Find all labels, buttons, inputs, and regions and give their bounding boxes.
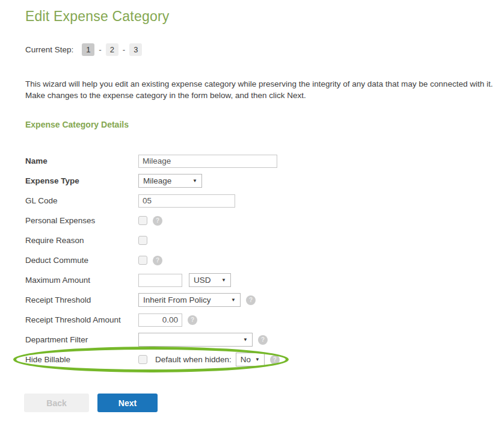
receipt-threshold-select[interactable]: Inherit From Policy ▼	[138, 293, 241, 307]
name-label: Name	[25, 156, 138, 165]
currency-select[interactable]: USD ▼	[189, 273, 231, 287]
chevron-down-icon: ▼	[243, 337, 248, 342]
expense-type-label: Expense Type	[25, 176, 138, 185]
receipt-threshold-amount-row: Receipt Threshold Amount ?	[25, 310, 504, 330]
default-when-hidden-label: Default when hidden:	[155, 355, 232, 364]
help-icon[interactable]: ?	[153, 216, 162, 226]
require-reason-row: Require Reason	[25, 230, 504, 250]
gl-code-input[interactable]	[138, 194, 235, 208]
department-filter-label: Department Filter	[25, 335, 138, 344]
wizard-page: Edit Expense Category Current Step: 1 - …	[0, 0, 504, 412]
step-1: 1	[82, 43, 94, 56]
help-icon[interactable]: ?	[188, 315, 197, 325]
receipt-threshold-row: Receipt Threshold Inherit From Policy ▼ …	[25, 290, 504, 310]
deduct-commute-row: Deduct Commute ?	[25, 250, 504, 270]
back-button[interactable]: Back	[24, 394, 89, 412]
personal-expenses-checkbox[interactable]	[138, 216, 147, 225]
deduct-commute-label: Deduct Commute	[25, 256, 138, 265]
personal-expenses-label: Personal Expenses	[25, 216, 138, 225]
next-button[interactable]: Next	[97, 394, 158, 412]
page-title: Edit Expense Category	[25, 8, 504, 25]
gl-code-row: GL Code	[25, 191, 504, 211]
name-row: Name	[25, 151, 504, 171]
receipt-threshold-amount-label: Receipt Threshold Amount	[25, 315, 138, 324]
hide-billable-row: Hide Billable Default when hidden: No ▼ …	[25, 350, 504, 369]
step-separator: -	[99, 45, 102, 54]
gl-code-label: GL Code	[25, 196, 138, 205]
currency-value: USD	[194, 276, 218, 285]
maximum-amount-label: Maximum Amount	[25, 276, 138, 285]
help-icon[interactable]: ?	[270, 355, 280, 365]
hide-billable-checkbox[interactable]	[138, 355, 147, 364]
maximum-amount-input[interactable]	[138, 274, 182, 287]
require-reason-label: Require Reason	[25, 236, 138, 245]
receipt-threshold-value: Inherit From Policy	[143, 295, 227, 304]
chevron-down-icon: ▼	[192, 178, 197, 184]
step-indicator: Current Step: 1 - 2 - 3	[25, 43, 504, 56]
wizard-description: This wizard will help you edit an existi…	[25, 78, 504, 101]
deduct-commute-checkbox[interactable]	[138, 256, 147, 265]
expense-category-form: Name Expense Type Mileage ▼ GL Code Pers…	[25, 151, 504, 369]
hide-billable-label: Hide Billable	[25, 355, 138, 364]
chevron-down-icon: ▼	[231, 297, 236, 303]
expense-type-row: Expense Type Mileage ▼	[25, 171, 504, 191]
current-step-label: Current Step:	[25, 45, 73, 54]
help-icon[interactable]: ?	[246, 295, 256, 305]
personal-expenses-row: Personal Expenses ?	[25, 211, 504, 230]
chevron-down-icon: ▼	[255, 357, 260, 362]
maximum-amount-row: Maximum Amount USD ▼	[25, 270, 504, 290]
step-2: 2	[106, 43, 118, 56]
step-separator: -	[123, 45, 126, 54]
default-when-hidden-value: No	[241, 355, 251, 364]
step-3: 3	[129, 43, 142, 56]
wizard-buttons: Back Next	[25, 394, 504, 412]
chevron-down-icon: ▼	[221, 277, 226, 283]
help-icon[interactable]: ?	[153, 256, 162, 265]
help-icon[interactable]: ?	[258, 335, 268, 345]
name-input[interactable]	[138, 155, 277, 168]
expense-type-select[interactable]: Mileage ▼	[138, 174, 202, 188]
receipt-threshold-label: Receipt Threshold	[25, 295, 138, 304]
expense-type-value: Mileage	[143, 176, 189, 185]
department-filter-row: Department Filter ▼ ?	[25, 330, 504, 350]
default-when-hidden-select[interactable]: No ▼	[236, 353, 265, 366]
department-filter-select[interactable]: ▼	[138, 333, 253, 347]
section-title: Expense Category Details	[25, 120, 504, 129]
require-reason-checkbox[interactable]	[138, 236, 147, 245]
receipt-threshold-amount-input[interactable]	[138, 313, 182, 327]
